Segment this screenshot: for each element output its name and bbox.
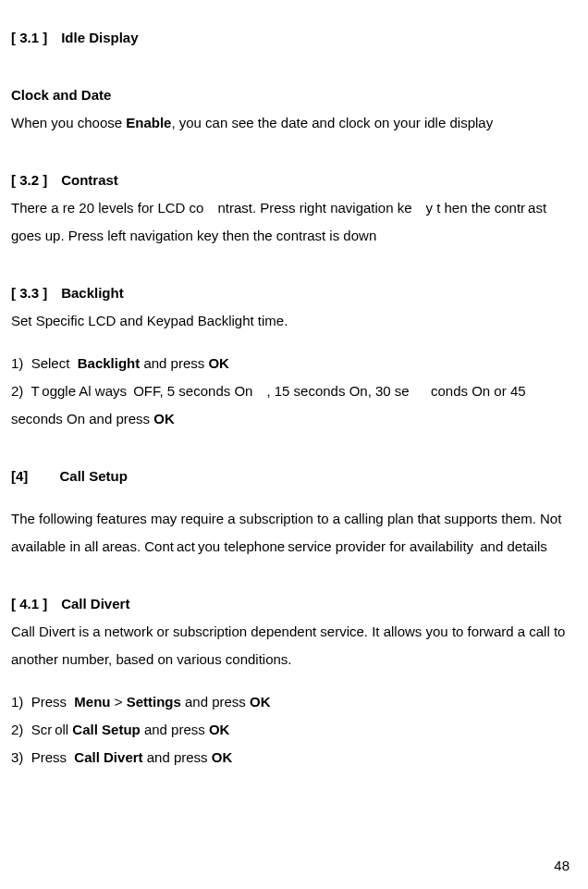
text-fragment: , you can see the date and clock on your…	[171, 115, 493, 130]
heading-4-1: [ 4.1 ] Call Divert	[11, 590, 573, 618]
text-fragment: When you choose	[11, 115, 126, 130]
text-fragment: and press	[143, 749, 212, 765]
step-backlight-2: 2) T oggle Al ways OFF, 5 seconds On , 1…	[11, 377, 573, 433]
spacer	[11, 673, 573, 688]
spacer	[11, 137, 573, 152]
heading-3-2: [ 3.2 ] Contrast	[11, 167, 573, 194]
text-fragment: and press	[140, 355, 208, 371]
step-divert-1: 1) Press Menu > Settings and press OK	[11, 688, 573, 716]
para-contrast: There a re 20 levels for LCD co ntrast. …	[11, 194, 573, 250]
para-clock-date: When you choose Enable, you can see the …	[11, 109, 573, 137]
spacer	[11, 490, 573, 505]
spacer	[11, 561, 573, 575]
text-fragment: 2) T oggle Al ways OFF, 5 seconds On , 1…	[11, 383, 526, 426]
text-fragment: 1) Select	[11, 355, 78, 371]
text-fragment: 2) Scr oll	[11, 722, 72, 737]
bold-menu: Menu	[74, 694, 110, 710]
bold-settings: Settings	[127, 694, 181, 710]
text-fragment: and press	[141, 722, 209, 737]
para-call-setup: The following features may require a sub…	[11, 505, 573, 561]
bold-ok: OK	[209, 722, 230, 737]
subheading-clock-date: Clock and Date	[11, 81, 573, 109]
text-fragment: 1) Press	[11, 694, 74, 710]
bold-ok: OK	[208, 355, 229, 371]
page-number: 48	[554, 852, 570, 880]
step-backlight-1: 1) Select Backlight and press OK	[11, 350, 573, 377]
heading-3-1: [ 3.1 ] Idle Display	[11, 24, 573, 52]
spacer	[11, 250, 573, 265]
para-backlight-intro: Set Specific LCD and Keypad Backlight ti…	[11, 307, 573, 335]
bold-enable: Enable	[126, 115, 171, 130]
bold-call-setup: Call Setup	[72, 722, 140, 737]
spacer	[11, 52, 573, 67]
bold-call-divert: Call Divert	[74, 749, 142, 765]
bold-ok: OK	[250, 694, 271, 710]
spacer	[11, 335, 573, 350]
para-call-divert: Call Divert is a network or subscription…	[11, 618, 573, 673]
text-fragment: >	[111, 694, 127, 710]
step-divert-2: 2) Scr oll Call Setup and press OK	[11, 716, 573, 744]
text-fragment: 3) Press	[11, 749, 74, 765]
step-divert-3: 3) Press Call Divert and press OK	[11, 744, 573, 772]
bold-backlight: Backlight	[78, 355, 141, 371]
bold-ok: OK	[212, 749, 233, 765]
spacer	[11, 433, 573, 448]
text-fragment: and press	[181, 694, 250, 710]
bold-ok: OK	[153, 411, 175, 426]
heading-4: [4] Call Setup	[11, 463, 573, 490]
heading-3-3: [ 3.3 ] Backlight	[11, 279, 573, 307]
